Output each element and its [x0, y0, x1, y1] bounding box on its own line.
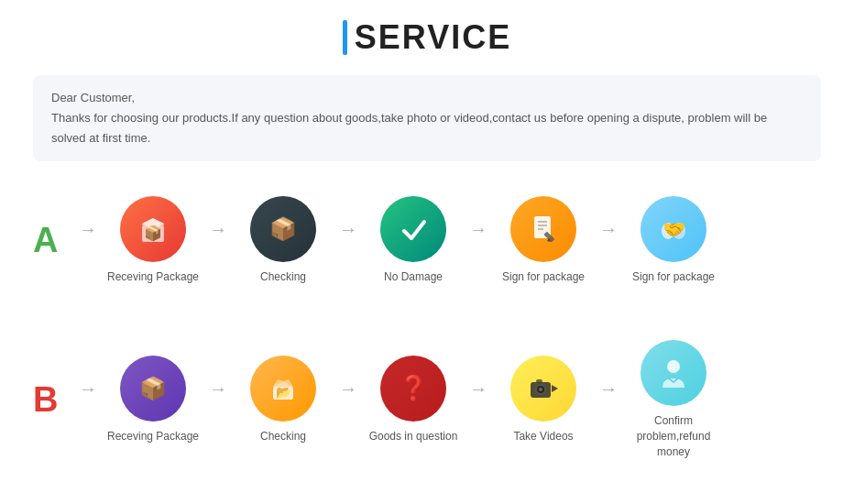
- step-b2-label: Checking: [260, 429, 306, 444]
- svg-text:📂: 📂: [276, 385, 292, 400]
- icon-b1: 📦: [120, 356, 186, 422]
- arrow-a0: →: [79, 219, 97, 262]
- step-a3: No Damage: [363, 196, 464, 285]
- step-b5: Confirm problem,refund money: [623, 340, 724, 459]
- step-a3-label: No Damage: [384, 269, 443, 285]
- icon-a3: [380, 196, 446, 262]
- step-b1: 📦 Receving Package: [103, 356, 203, 444]
- svg-text:❓: ❓: [399, 373, 429, 402]
- notice-box: Dear Customer, Thanks for choosing our p…: [33, 75, 821, 161]
- step-b5-label: Confirm problem,refund money: [623, 413, 724, 459]
- arrow-a1: →: [209, 219, 227, 262]
- arrow-b4: →: [599, 378, 618, 422]
- flow-section: A → 📦 Receving Package →: [33, 187, 821, 487]
- step-a1: 📦 Receving Package: [103, 196, 203, 285]
- step-a5-label: Sign for package: [632, 269, 715, 285]
- notice-line1: Dear Customer,: [51, 88, 803, 108]
- arrow-a3: →: [469, 219, 487, 262]
- icon-a4: [510, 196, 576, 262]
- svg-marker-28: [552, 385, 558, 392]
- notice-line2: Thanks for choosing our products.If any …: [51, 108, 803, 148]
- arrow-a2: →: [339, 219, 357, 262]
- svg-rect-27: [536, 379, 542, 383]
- svg-text:📦: 📦: [139, 375, 167, 401]
- arrow-a4: →: [599, 219, 618, 262]
- page-title: SERVICE: [343, 18, 511, 57]
- icon-a2: 📦: [250, 196, 316, 262]
- svg-text:🤝: 🤝: [662, 218, 685, 240]
- icon-a1: 📦: [120, 196, 186, 262]
- arrow-b0: →: [79, 378, 97, 422]
- step-b4-label: Take Videos: [513, 429, 573, 444]
- step-b3: ❓ Goods in question: [363, 356, 464, 444]
- arrow-b1: →: [209, 378, 227, 422]
- step-a2: 📦 Checking: [233, 196, 334, 285]
- step-b2: 📂 Checking: [233, 356, 334, 444]
- icon-a5: 🤝: [640, 196, 706, 262]
- row-a-label: A: [33, 221, 70, 260]
- flow-row-b: B → 📦 Receving Package → 📂: [33, 331, 821, 487]
- step-b3-label: Goods in question: [369, 429, 458, 444]
- icon-b3: ❓: [380, 356, 446, 422]
- arrow-b2: →: [339, 378, 357, 422]
- flow-row-a: A → 📦 Receving Package →: [33, 187, 821, 312]
- step-b1-label: Receving Package: [107, 429, 199, 444]
- icon-b5: [640, 340, 706, 406]
- step-a2-label: Checking: [260, 269, 306, 285]
- step-a4: Sign for package: [493, 196, 594, 285]
- svg-point-29: [667, 360, 680, 373]
- svg-text:📦: 📦: [144, 225, 162, 242]
- icon-b4: [510, 356, 576, 422]
- step-a5: 🤝 Sign for package: [623, 196, 724, 285]
- title-text: SERVICE: [355, 18, 511, 57]
- step-a1-label: Receving Package: [107, 269, 199, 285]
- svg-text:📦: 📦: [269, 215, 297, 242]
- step-a4-label: Sign for package: [502, 269, 585, 285]
- arrow-b3: →: [469, 378, 487, 422]
- step-b4: Take Videos: [493, 356, 594, 444]
- icon-b2: 📂: [250, 356, 316, 422]
- svg-point-26: [539, 388, 542, 391]
- row-b-label: B: [33, 380, 70, 420]
- title-accent-bar: [343, 20, 347, 55]
